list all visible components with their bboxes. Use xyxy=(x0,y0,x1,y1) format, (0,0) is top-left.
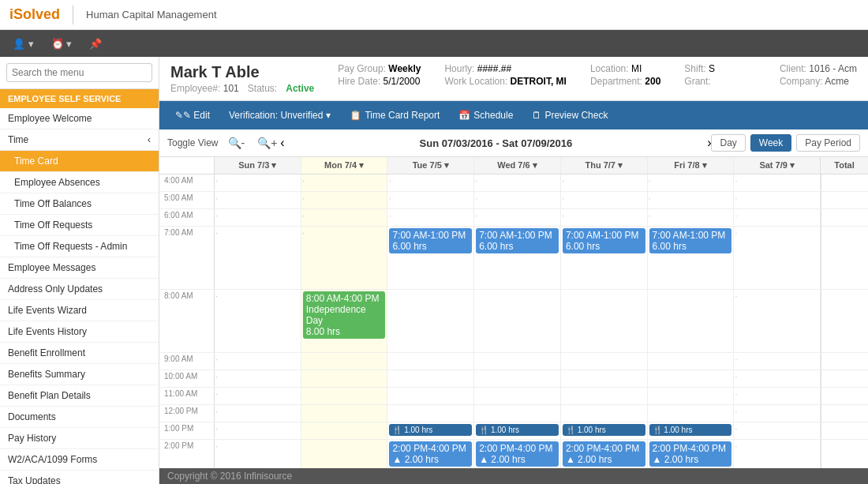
logo-area: iSolved Human Capital Management xyxy=(9,6,217,24)
verification-label: Verification: Unverified xyxy=(229,110,323,121)
user-button[interactable]: 👤 ▾ xyxy=(8,35,39,53)
time-row-10am: 10:00 AM · · xyxy=(159,370,868,388)
schedule-button[interactable]: 📅 Schedule xyxy=(451,107,521,124)
sidebar-item-benefit-plan-details[interactable]: Benefit Plan Details xyxy=(0,385,159,407)
logo-text: iSolved xyxy=(9,6,60,23)
sidebar-item-time-off-balances[interactable]: Time Off Balances xyxy=(0,193,159,215)
top-toolbar: 👤 ▾ ⏰ ▾ 📌 xyxy=(0,30,868,57)
sidebar-item-address-updates[interactable]: Address Only Updates xyxy=(0,279,159,300)
zoom-in-button[interactable]: 🔍+ xyxy=(254,135,280,151)
toggle-view-button[interactable]: Toggle View xyxy=(167,137,219,148)
wed-afternoon-event[interactable]: 2:00 PM-4:00 PM ▲ 2.00 hrs xyxy=(476,441,559,467)
app-header: iSolved Human Capital Management xyxy=(0,0,868,30)
mon-col-header: Mon 7/4 ▾ xyxy=(301,157,388,174)
pay-period-view-button[interactable]: Pay Period xyxy=(796,134,860,152)
time-card-report-button[interactable]: 📋 Time Card Report xyxy=(342,107,447,124)
sidebar-item-w2-forms[interactable]: W2/ACA/1099 Forms xyxy=(0,449,159,471)
tue-col-header: Tue 7/5 ▾ xyxy=(387,157,474,174)
bookmark-button[interactable]: 📌 xyxy=(84,35,107,53)
sidebar-item-employee-messages[interactable]: Employee Messages xyxy=(0,257,159,279)
prev-period-button[interactable]: ‹ xyxy=(280,136,284,150)
sidebar-item-life-events-history[interactable]: Life Events History xyxy=(0,321,159,343)
sidebar-item-time-off-requests[interactable]: Time Off Requests xyxy=(0,215,159,236)
calendar-grid-container: Sun 7/3 ▾ Mon 7/4 ▾ Tue 7/5 ▾ Wed 7/6 ▾ … xyxy=(159,157,868,468)
sidebar-item-tax-updates[interactable]: Tax Updates xyxy=(0,471,159,484)
calendar-range: Sun 07/03/2016 - Sat 07/09/2016 xyxy=(293,137,699,149)
logo-divider xyxy=(73,6,73,24)
report-icon: 📋 xyxy=(350,110,361,121)
preview-icon: 🗒 xyxy=(532,110,541,121)
fri-col-header: Fri 7/8 ▾ xyxy=(648,157,735,174)
employee-id-label: Employee#: xyxy=(170,83,223,94)
time-row-6am: 6:00 AM · · · · · · · xyxy=(159,209,868,227)
sat-4am[interactable]: · xyxy=(734,174,821,191)
sidebar-item-employee-welcome[interactable]: Employee Welcome xyxy=(0,108,159,129)
app-title: Human Capital Management xyxy=(86,9,216,21)
employee-header: Mark T Able Employee#: 101 Status: Activ… xyxy=(159,57,868,101)
sidebar-item-time-off-requests-admin[interactable]: Time Off Requests - Admin xyxy=(0,236,159,257)
wed-morning-event[interactable]: 7:00 AM-1:00 PM 6.00 hrs xyxy=(476,228,559,253)
preview-check-button[interactable]: 🗒 Preview Check xyxy=(524,107,615,124)
verification-button[interactable]: Verification: Unverified xyxy=(221,107,339,124)
time-row-5am: 5:00 AM · · · · · · · xyxy=(159,192,868,209)
thu-4am[interactable]: · xyxy=(561,174,648,191)
tue-lunch-break[interactable]: 🍴 1.00 hrs xyxy=(389,424,472,436)
thu-lunch-break[interactable]: 🍴 1.00 hrs xyxy=(563,424,645,436)
thu-col-header: Thu 7/7 ▾ xyxy=(561,157,648,174)
sidebar-item-benefits-summary[interactable]: Benefits Summary xyxy=(0,364,159,385)
sidebar: EMPLOYEE SELF SERVICE Employee Welcome T… xyxy=(0,57,159,484)
clock-button[interactable]: ⏰ ▾ xyxy=(47,35,77,53)
edit-icon: ✎ xyxy=(175,110,183,121)
sidebar-item-time[interactable]: Time‹ xyxy=(0,129,159,151)
sat-col-header: Sat 7/9 ▾ xyxy=(734,157,821,174)
sidebar-item-pay-history[interactable]: Pay History xyxy=(0,428,159,449)
sidebar-item-benefit-enrollment[interactable]: Benefit Enrollment xyxy=(0,343,159,364)
sidebar-item-employee-absences[interactable]: Employee Absences xyxy=(0,172,159,193)
fri-morning-event[interactable]: 7:00 AM-1:00 PM 6.00 hrs xyxy=(649,228,732,253)
time-row-4am: 4:00 AM · · · · · · · xyxy=(159,174,868,192)
time-row-11am: 11:00 AM · · xyxy=(159,388,868,405)
mon-holiday-event[interactable]: 8:00 AM-4:00 PM Independence Day 8.00 hr… xyxy=(303,291,386,339)
sidebar-item-life-events-wizard[interactable]: Life Events Wizard xyxy=(0,300,159,321)
schedule-icon: 📅 xyxy=(458,110,470,121)
wed-col-header: Wed 7/6 ▾ xyxy=(474,157,561,174)
fri-lunch-break[interactable]: 🍴 1.00 hrs xyxy=(649,424,732,436)
employee-status: Active xyxy=(286,83,314,94)
week-view-button[interactable]: Week xyxy=(750,134,791,152)
mon-4am[interactable]: · xyxy=(301,174,388,191)
sidebar-item-documents[interactable]: Documents xyxy=(0,407,159,428)
time-row-1pm: 1:00 PM · 🍴 1.00 hrs 🍴 1.00 hrs 🍴 1.00 h… xyxy=(159,422,868,440)
employee-name: Mark T Able xyxy=(170,63,314,81)
time-row-9am: 9:00 AM · · xyxy=(159,353,868,370)
wed-4am[interactable]: · xyxy=(474,174,561,191)
sun-4am[interactable]: · xyxy=(215,174,301,191)
time-row-12pm: 12:00 PM · · xyxy=(159,405,868,422)
fri-afternoon-event[interactable]: 2:00 PM-4:00 PM ▲ 2.00 hrs xyxy=(649,441,732,467)
search-box xyxy=(0,57,159,89)
sidebar-item-time-card[interactable]: Time Card xyxy=(0,151,159,172)
thu-morning-event[interactable]: 7:00 AM-1:00 PM 6.00 hrs xyxy=(563,228,645,253)
employee-id: 101 xyxy=(223,83,239,94)
tue-afternoon-event[interactable]: 2:00 PM-4:00 PM ▲ 2.00 hrs xyxy=(389,441,472,467)
tue-4am[interactable]: · xyxy=(387,174,474,191)
edit-button[interactable]: ✎ ✎ Edit xyxy=(167,107,218,124)
calendar-nav: Toggle View 🔍- 🔍+ ‹ Sun 07/03/2016 - Sat… xyxy=(159,129,868,157)
total-col-header: Total xyxy=(821,157,868,174)
search-input[interactable] xyxy=(6,63,152,82)
thu-afternoon-event[interactable]: 2:00 PM-4:00 PM ▲ 2.00 hrs xyxy=(563,441,645,467)
main-layout: EMPLOYEE SELF SERVICE Employee Welcome T… xyxy=(0,57,868,484)
fri-4am[interactable]: · xyxy=(648,174,735,191)
sidebar-section-label[interactable]: EMPLOYEE SELF SERVICE xyxy=(0,89,159,108)
wed-lunch-break[interactable]: 🍴 1.00 hrs xyxy=(476,424,559,436)
tue-morning-event[interactable]: 7:00 AM-1:00 PM 6.00 hrs xyxy=(389,228,472,253)
time-col-header xyxy=(159,157,215,174)
time-row-7am: 7:00 AM · · 7:00 AM-1:00 PM 6.00 hrs 7:0… xyxy=(159,227,868,290)
time-row-8am: 8:00 AM · 8:00 AM-4:00 PM Independence D… xyxy=(159,290,868,353)
zoom-out-button[interactable]: 🔍- xyxy=(225,135,249,151)
content-area: Mark T Able Employee#: 101 Status: Activ… xyxy=(159,57,868,484)
action-bar: ✎ ✎ Edit Verification: Unverified 📋 Time… xyxy=(159,101,868,129)
day-view-button[interactable]: Day xyxy=(711,134,745,152)
copyright-text: Copyright © 2016 Infinisource xyxy=(167,471,292,482)
footer: Copyright © 2016 Infinisource xyxy=(159,468,868,484)
time-row-2pm: 2:00 PM · 2:00 PM-4:00 PM ▲ 2.00 hrs 2:0… xyxy=(159,440,868,468)
